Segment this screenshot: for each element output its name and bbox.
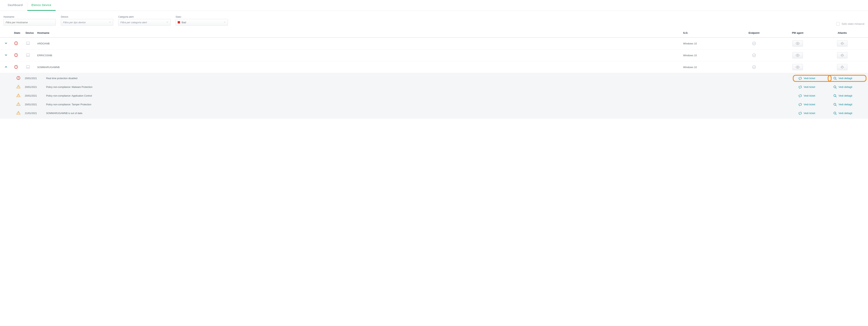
alert-warning-icon [16,85,25,89]
alert-row: 21/01/2021 SOMMARUGAMNB is out of date. … [0,109,868,118]
chevron-down-icon [166,21,168,24]
vedi-dettagli-link[interactable]: Vedi dettagli [830,102,865,107]
col-atlantis: Atlantis [820,30,865,35]
vedi-dettagli-link[interactable]: Vedi dettagli [830,85,865,89]
alert-warning-icon [16,93,25,98]
vedi-ticket-link[interactable]: Vedi ticket [795,85,830,89]
col-so: S.O. [682,30,733,35]
endpoint-status-icon [733,64,775,70]
hostname-cell: ARDOANB [36,41,682,46]
device-type-icon [25,64,36,70]
device-type-icon [25,40,36,47]
vedi-dettagli-link[interactable]: Vedi dettagli [830,111,865,115]
table-row: ERRICOSNB Windows 10 [0,50,868,61]
tab-elenco-device[interactable]: Elenco Device [27,0,56,11]
so-cell: Windows 10 [682,41,733,46]
device-filter-placeholder: Filtra per tipo device [63,21,86,24]
checkbox-box [836,22,840,26]
hostname-cell: SOMMARUGAMNB [36,65,682,69]
expand-toggle[interactable] [3,41,13,46]
categoria-filter-placeholder: Filtra per categoria alert [120,21,147,24]
alert-warning-icon [16,102,25,107]
vedi-ticket-link[interactable]: Vedi ticket [795,111,830,115]
device-filter-select[interactable]: Filtra per tipo device [61,19,113,26]
status-bad-icon [13,40,25,47]
vedi-ticket-link[interactable]: Vedi ticket [795,102,830,107]
atlantis-button[interactable] [837,64,847,70]
hostname-filter-label: Hostname: [3,16,56,18]
vedi-dettagli-link[interactable]: Vedi dettagli [830,77,865,80]
endpoint-status-icon [733,52,775,58]
tab-dashboard[interactable]: Dashboard [3,0,27,11]
vedi-ticket-link[interactable]: Vedi ticket [795,77,830,80]
categoria-filter-label: Categoria alert: [118,16,170,18]
alert-date: 20/01/2021 [25,103,46,106]
alert-error-icon [16,76,25,81]
col-pwagent: PW agent [775,30,820,35]
alert-row: 20/01/2021 Policy non-compliance: Tamper… [0,100,868,109]
alert-date: 21/01/2021 [25,112,46,115]
status-color-swatch [178,21,180,24]
hostname-cell: ERRICOSNB [36,53,682,58]
table-row: SOMMARUGAMNB Windows 10 [0,61,868,73]
hostname-filter-input[interactable] [3,19,56,26]
chevron-down-icon [109,21,111,24]
alert-row: 20/01/2021 Policy non-compliance: Applic… [0,91,868,100]
categoria-filter-select[interactable]: Filtra per categoria alert [118,19,170,26]
alert-message: SOMMARUGAMNB is out of date. [46,112,795,115]
pwagent-button[interactable] [793,40,803,47]
solo-stato-minacce-checkbox[interactable]: Solo stato minacce [836,22,865,26]
pwagent-button[interactable] [793,52,803,58]
alert-message: Real time protection disabled [46,77,795,80]
alert-date: 20/01/2021 [25,94,46,97]
pwagent-button[interactable] [793,64,803,70]
alert-date: 20/01/2021 [25,77,46,80]
so-cell: Windows 10 [682,65,733,69]
filters-bar: Hostname: Device: Filtra per tipo device… [0,11,868,29]
status-bad-icon [13,64,25,70]
endpoint-status-icon [733,40,775,46]
chevron-down-icon [223,21,226,24]
alert-message: Policy non-compliance: Tamper Protection [46,103,795,106]
table-row: ARDOANB Windows 10 [0,38,868,50]
vedi-dettagli-link[interactable]: Vedi dettagli [830,94,865,98]
atlantis-button[interactable] [837,40,847,47]
stato-filter-label: Stato: [176,16,228,18]
tabs: Dashboard Elenco Device [0,0,868,11]
alerts-panel: 20/01/2021 Real time protection disabled… [0,73,868,119]
so-cell: Windows 10 [682,53,733,58]
expand-toggle[interactable] [3,64,13,70]
device-filter-label: Device: [61,16,113,18]
table-header: Stato Device Hostname S.O. Endpoint PW a… [0,29,868,38]
solo-stato-label: Solo stato minacce [842,22,865,25]
col-device: Device [25,30,36,35]
alert-warning-icon [16,111,25,116]
alert-message: Policy non-compliance: Application Contr… [46,94,795,97]
alert-date: 20/01/2021 [25,86,46,88]
vedi-ticket-link[interactable]: Vedi ticket [795,94,830,98]
stato-filter-value: Bad [182,21,186,24]
alert-row: 20/01/2021 Policy non-compliance: Malwar… [0,83,868,91]
col-hostname: Hostname [36,30,682,35]
stato-filter-select[interactable]: Bad [176,19,228,26]
expand-toggle[interactable] [3,53,13,58]
device-type-icon [25,52,36,59]
alert-message: Policy non-compliance: Malware Protectio… [46,86,795,88]
alert-row: 20/01/2021 Real time protection disabled… [0,74,868,83]
status-bad-icon [13,52,25,59]
atlantis-button[interactable] [837,52,847,58]
col-endpoint: Endpoint [733,30,775,35]
col-stato: Stato [13,30,25,35]
